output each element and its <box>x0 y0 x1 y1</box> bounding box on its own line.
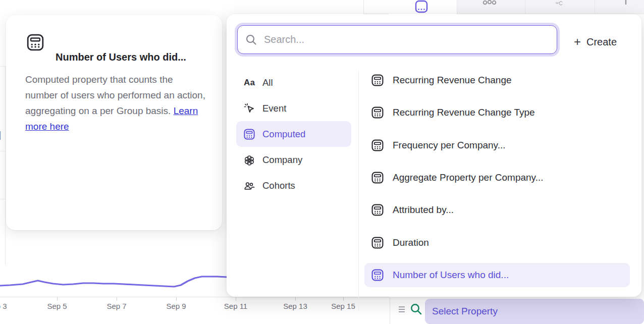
calculator-icon <box>371 171 384 184</box>
drag-handle-icon[interactable] <box>398 306 406 312</box>
view-tab-bar <box>363 0 644 14</box>
select-property-label: Select Property <box>432 299 498 324</box>
background-text-fragment: ] <box>0 129 1 140</box>
divider <box>5 66 6 265</box>
divider <box>390 298 390 324</box>
property-picker-panel: + Create Aa All Event <box>227 14 641 297</box>
search-icon <box>245 34 257 46</box>
property-row[interactable]: Attributed by... <box>364 198 630 222</box>
x-axis-label: Sep 15 <box>331 302 355 310</box>
cohorts-people-icon <box>243 180 255 192</box>
learn-more-link[interactable]: Learn <box>174 105 198 116</box>
calculator-icon <box>371 139 384 152</box>
divider <box>363 0 364 14</box>
x-axis-label: Sep 11 <box>224 302 247 310</box>
axis-tick <box>343 297 344 301</box>
calculator-icon <box>26 33 44 51</box>
category-all[interactable]: Aa All <box>236 70 351 95</box>
property-row[interactable]: Recurring Revenue Change Type <box>364 100 630 125</box>
divider <box>0 66 5 67</box>
select-property-field[interactable]: Select Property <box>425 299 644 324</box>
calculator-icon <box>371 236 384 249</box>
calculator-icon <box>371 106 384 119</box>
property-results-list: Recurring Revenue Change Recurring Reven… <box>364 14 630 297</box>
divider <box>0 199 5 199</box>
property-row[interactable]: Aggregate Property per Company... <box>364 166 630 190</box>
calculator-icon <box>371 74 384 87</box>
axis-tick <box>295 297 296 301</box>
x-axis-line <box>0 297 390 297</box>
calculator-icon <box>371 203 384 217</box>
info-card-title: Number of Users who did... <box>56 51 186 63</box>
divider <box>0 151 5 151</box>
text-aa-icon: Aa <box>243 77 255 89</box>
chart-series-line <box>0 277 227 287</box>
report-tab-icon[interactable] <box>415 0 428 7</box>
calculator-icon <box>371 268 384 282</box>
app-screen: ] Sep 3 Sep 5 Sep 7 <box>0 0 644 324</box>
bar-chart-tab-icon[interactable] <box>482 0 497 6</box>
flag-tab-icon[interactable] <box>624 0 628 5</box>
divider <box>525 0 525 14</box>
category-filter-list: Aa All Event <box>236 70 351 198</box>
info-card-description: Computed property that counts the number… <box>25 72 217 134</box>
axis-tick <box>117 297 117 301</box>
axis-tick <box>57 297 58 301</box>
property-row[interactable]: Recurring Revenue Change <box>364 68 630 92</box>
retention-tab-icon[interactable] <box>552 0 567 6</box>
x-axis-label: Sep 7 <box>106 302 126 310</box>
property-row[interactable]: Duration <box>364 231 630 255</box>
calculator-icon <box>243 128 255 140</box>
divider <box>358 71 359 311</box>
x-axis-label: Sep 13 <box>283 302 307 310</box>
x-axis-label: Sep 5 <box>47 302 67 310</box>
category-company[interactable]: Company <box>236 147 351 173</box>
divider <box>595 0 595 14</box>
axis-tick <box>236 297 236 301</box>
property-row-selected[interactable]: Number of Users who did... <box>364 263 630 287</box>
category-event[interactable]: Event <box>236 95 351 121</box>
category-computed[interactable]: Computed <box>236 121 351 147</box>
x-axis-label: Sep 3 <box>0 302 7 310</box>
property-info-card: Number of Users who did... Computed prop… <box>6 15 222 230</box>
category-cohorts[interactable]: Cohorts <box>236 173 351 198</box>
event-cursor-icon <box>243 102 255 115</box>
axis-tick <box>176 297 177 301</box>
property-search-icon[interactable] <box>410 303 422 315</box>
company-flower-icon <box>243 154 255 166</box>
learn-more-link[interactable]: more here <box>25 121 69 132</box>
property-row[interactable]: Frequency per Company... <box>364 133 630 157</box>
x-axis-label: Sep 9 <box>166 302 186 310</box>
